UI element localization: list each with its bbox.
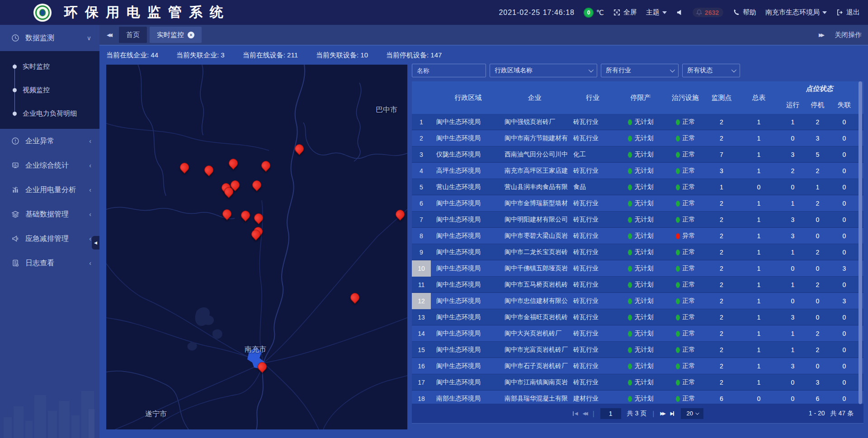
map-collapse-button[interactable]: ◀ <box>92 236 99 250</box>
region-cell: 阆中生态环境局 <box>431 228 500 244</box>
org-menu[interactable]: 南充市生态环境局 <box>765 8 827 17</box>
sidebar-subitem-0[interactable]: 实时监控 <box>0 55 99 78</box>
stat-item-3: 当前失联设备: 10 <box>316 51 368 60</box>
sidebar-subitem-2[interactable]: 企业电力负荷明细 <box>0 102 99 125</box>
column-header-facility: 治污设施 <box>665 81 706 114</box>
logout-button[interactable]: 退出 <box>836 8 860 17</box>
help-button[interactable]: 帮助 <box>732 8 756 17</box>
table-row[interactable]: 18南部生态环境局南部县瑞华混凝土有限建材行业无计划正常60060 <box>412 391 863 404</box>
meters-cell: 1 <box>737 244 780 260</box>
table-row[interactable]: 5营山生态环境局营山县润丰肉食品有限食品无计划正常10010 <box>412 179 863 195</box>
row-index-cell: 10 <box>412 260 431 277</box>
prev-page-button[interactable]: ◀◀ <box>582 411 586 416</box>
status-filter-select[interactable]: 所有状态 <box>682 64 740 77</box>
region-cell: 阆中生态环境局 <box>431 277 500 293</box>
points-cell: 2 <box>706 293 737 309</box>
tab-1[interactable]: 实时监控× <box>150 27 202 43</box>
fullscreen-button[interactable]: 全屏 <box>613 8 637 17</box>
table-row[interactable]: 15阆中生态环境局阆中市光富页岩机砖厂砖瓦行业无计划正常21120 <box>412 342 863 358</box>
first-page-button[interactable]: ◀ <box>572 411 577 416</box>
status-cell: 无计划 <box>616 358 665 374</box>
notification-badge[interactable]: 2632 <box>693 8 723 17</box>
row-index-cell: 14 <box>412 325 431 342</box>
table-row[interactable]: 2阆中生态环境局阆中市南方节能建材有砖瓦行业无计划正常21030 <box>412 130 863 146</box>
status-label: 无计划 <box>635 199 654 207</box>
region-cell: 营山生态环境局 <box>431 179 500 195</box>
page-input[interactable] <box>600 408 621 419</box>
company-cell: 阆中市忠信建材有限公 <box>500 293 569 309</box>
company-cell: 西南油气田分公司川中 <box>500 146 569 163</box>
row-index-cell: 5 <box>412 179 431 195</box>
sidebar-item-0[interactable]: 数据监测∨ <box>0 25 99 51</box>
table-row[interactable]: 4高坪生态环境局南充市高坪区王家店建砖瓦行业无计划正常31220 <box>412 163 863 179</box>
tabs-scroll-right-button[interactable]: ▶▶ <box>819 32 825 38</box>
table-row[interactable]: 17阆中生态环境局阆中市江南镇阆南页岩砖瓦行业无计划正常21030 <box>412 374 863 391</box>
table-row[interactable]: 8阆中生态环境局阆中市枣碧大梁山页岩砖瓦行业无计划异常21300 <box>412 228 863 244</box>
status-green-dot <box>676 168 680 174</box>
status-label: 无计划 <box>635 330 654 338</box>
region-cell: 阆中生态环境局 <box>431 309 500 325</box>
meters-cell: 1 <box>737 130 780 146</box>
status-green-dot <box>676 152 680 158</box>
row-index-cell: 12 <box>412 293 431 309</box>
table-row[interactable]: 13阆中生态环境局阆中市金福旺页岩机砖砖瓦行业无计划正常21300 <box>412 309 863 325</box>
tab-0[interactable]: 首页 <box>119 27 147 43</box>
row-index-cell: 7 <box>412 212 431 228</box>
status-cell: 无计划 <box>616 309 665 325</box>
sidebar-item-2[interactable]: 企业综合统计‹ <box>0 153 99 178</box>
stopped-cell: 0 <box>805 358 830 374</box>
running-cell: 0 <box>780 179 805 195</box>
column-header-running: 运行 <box>780 96 805 114</box>
status-label: 无计划 <box>635 183 654 191</box>
app-logo-icon <box>33 4 52 22</box>
table-row[interactable]: 10阆中生态环境局阆中千佛镇五郎垭页岩砖瓦行业无计划正常21003 <box>412 260 863 277</box>
theme-menu[interactable]: 主题 <box>646 8 667 17</box>
sidebar-item-3[interactable]: 企业用电量分析‹ <box>0 178 99 202</box>
sidebar-item-4[interactable]: 基础数据管理‹ <box>0 202 99 226</box>
row-index-cell: 3 <box>412 146 431 163</box>
column-header-index <box>412 81 431 114</box>
region-cell: 仪陇生态环境局 <box>431 146 500 163</box>
offline-cell: 0 <box>830 358 859 374</box>
status-cell: 无计划 <box>616 260 665 277</box>
chevron-down-icon: ∨ <box>87 34 91 42</box>
sidebar-menu: 数据监测∨实时监控视频监控企业电力负荷明细企业异常‹企业综合统计‹企业用电量分析… <box>0 25 99 275</box>
sidebar-item-6[interactable]: 日志查看‹ <box>0 251 99 275</box>
status-cell: 无计划 <box>616 130 665 146</box>
map-panel[interactable]: 巴中市南充市遂宁市 <box>106 65 407 429</box>
close-icon[interactable]: × <box>188 32 194 38</box>
tabs-scroll-left-button[interactable]: ◀◀ <box>107 32 113 38</box>
name-filter-input[interactable] <box>412 64 486 77</box>
bullet-icon <box>13 112 17 116</box>
meters-cell: 1 <box>737 293 780 309</box>
table-row[interactable]: 14阆中生态环境局阆中大兴页岩机砖厂砖瓦行业无计划正常21120 <box>412 325 863 342</box>
column-group-point-status: 点位状态 运行 停机 失联 <box>780 81 859 114</box>
table-row[interactable]: 9阆中生态环境局阆中市二龙长宝页岩砖砖瓦行业无计划正常21120 <box>412 244 863 260</box>
sidebar-item-1[interactable]: 企业异常‹ <box>0 129 99 153</box>
running-cell: 1 <box>780 342 805 358</box>
sidebar-subitem-label: 视频监控 <box>23 86 99 94</box>
table-scrollbar[interactable] <box>859 81 862 404</box>
table-row[interactable]: 7阆中生态环境局阆中明阳建材有限公司砖瓦行业无计划正常21300 <box>412 212 863 228</box>
points-cell: 2 <box>706 342 737 358</box>
volume-button[interactable] <box>676 9 684 16</box>
last-page-button[interactable]: ▶ <box>670 411 675 416</box>
next-page-button[interactable]: ▶▶ <box>660 411 664 416</box>
status-label: 正常 <box>683 167 695 175</box>
table-row[interactable]: 16阆中生态环境局阆中市石子页岩机砖厂砖瓦行业无计划正常21300 <box>412 358 863 374</box>
table-row[interactable]: 12阆中生态环境局阆中市忠信建材有限公砖瓦行业无计划正常21003 <box>412 293 863 309</box>
table-row[interactable]: 6阆中生态环境局阆中市金博瑞新型墙材砖瓦行业无计划正常21120 <box>412 195 863 212</box>
table-row[interactable]: 11阆中生态环境局阆中市五马桥页岩机砖砖瓦行业无计划正常21120 <box>412 277 863 293</box>
status-label: 无计划 <box>635 134 654 142</box>
stopped-cell: 0 <box>805 309 830 325</box>
region-filter-select[interactable]: 行政区域名称 <box>490 64 597 77</box>
status-green-dot <box>628 119 632 125</box>
table-row[interactable]: 3仪陇生态环境局西南油气田分公司川中化工无计划正常71350 <box>412 146 863 163</box>
industry-filter-select[interactable]: 所有行业 <box>601 64 679 77</box>
page-size-select[interactable]: 20 <box>681 408 703 419</box>
chevron-down-icon <box>731 67 736 72</box>
sidebar-subitem-1[interactable]: 视频监控 <box>0 78 99 102</box>
close-operations-button[interactable]: 关闭操作 <box>835 31 862 39</box>
sidebar-item-5[interactable]: 应急减排管理‹ <box>0 226 99 251</box>
table-row[interactable]: 1阆中生态环境局阆中强锐页岩砖厂砖瓦行业无计划正常21120 <box>412 114 863 130</box>
